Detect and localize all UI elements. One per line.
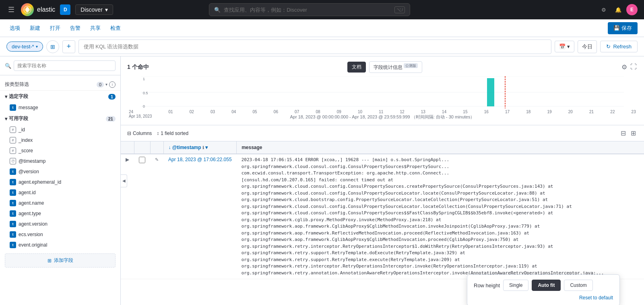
filter-type-info-icon[interactable]: i <box>109 81 116 88</box>
results-table: ↓ @timestamp ℹ ▾ message ▶ <box>121 141 644 279</box>
field-type-hash-icon-2: # <box>10 137 16 143</box>
filter-circle-btn[interactable]: ⊞ <box>46 40 59 53</box>
row-checkbox[interactable] <box>139 157 145 163</box>
filter-type-chevron[interactable]: ▾ <box>105 82 107 87</box>
available-fields-badge: 21 <box>106 116 116 122</box>
field-item-agent-name[interactable]: t agent.name <box>0 198 120 208</box>
row-edit-cell[interactable]: ✎ <box>150 154 163 279</box>
columns-chooser-icon[interactable]: ⊞ <box>629 129 638 138</box>
sort-button[interactable]: ↕ 1 field sorted <box>157 131 188 136</box>
sidebar-collapse-button[interactable]: ◀ <box>121 174 127 187</box>
field-item-agent-id[interactable]: t agent.id <box>0 187 120 198</box>
global-search-bar[interactable]: 🔍 ⌥/ <box>209 3 410 16</box>
save-button[interactable]: 💾 保存 <box>608 22 638 34</box>
edit-row-icon[interactable]: ✎ <box>155 157 159 162</box>
search-icon: 🔍 <box>214 7 221 13</box>
today-button[interactable]: 今日 <box>578 40 597 53</box>
time-controls: 📅 ▾ 今日 ↻ Refresh <box>555 40 638 53</box>
tl-19: 19 <box>547 110 551 118</box>
timestamp-header[interactable]: ↓ @timestamp ℹ ▾ <box>163 141 237 154</box>
popup-options-row: Row height Single Auto fit Custom <box>474 280 613 291</box>
field-timestamp-label: @timestamp <box>19 158 46 164</box>
beta-badge: 公测版 <box>404 63 418 68</box>
hamburger-menu[interactable]: ☰ <box>6 4 16 16</box>
field-agent-name-label: agent.name <box>19 200 44 206</box>
alert-button[interactable]: 告警 <box>67 23 84 33</box>
kql-filter-input[interactable] <box>78 39 552 54</box>
field-item-event-original[interactable]: t event.original <box>0 240 120 250</box>
filter-type-row: 按类型筛选 0 ▾ i <box>0 79 120 91</box>
field-item-ecs-version[interactable]: t ecs.version <box>0 229 120 240</box>
tl-02: 02 <box>190 110 194 118</box>
col-sort-icon: ▾ <box>205 145 208 150</box>
tl-18: 18 <box>526 110 530 118</box>
field-item-agent-version[interactable]: t agent.version <box>0 219 120 229</box>
add-field-icon: ⊞ <box>47 258 52 264</box>
field-type-t-icon-4: t <box>10 200 16 206</box>
expand-row-icon[interactable]: ▶ <box>126 157 129 162</box>
discover-tab-button[interactable]: Discover ▾ <box>75 4 113 15</box>
filter-bar: dev-test-* ▾ ⊞ + 📅 ▾ 今日 ↻ Refresh <box>0 37 644 56</box>
tl-15: 15 <box>463 110 467 118</box>
tl-14: 14 <box>442 110 446 118</box>
field-search-area: 🔍 <box>0 56 120 75</box>
field-index-label: _index <box>19 137 33 143</box>
field-item-agent-type[interactable]: t agent.type <box>0 208 120 219</box>
user-avatar[interactable]: E <box>626 4 638 15</box>
field-item-id[interactable]: # _id <box>0 124 120 135</box>
field-search-input[interactable] <box>14 60 116 71</box>
tab-field-stats[interactable]: 字段统计信息 公测版 <box>369 61 422 73</box>
reset-to-default-button[interactable]: Reset to default <box>579 295 613 301</box>
auto-fit-button[interactable]: Auto fit <box>532 280 561 291</box>
add-field-label: 添加字段 <box>54 257 73 264</box>
row-check-cell[interactable] <box>134 154 150 279</box>
field-type-t-icon-5: t <box>10 210 16 217</box>
field-type-t-icon-8: t <box>10 242 16 248</box>
columns-button[interactable]: ⊟ Columns <box>127 131 152 136</box>
popup-footer: Reset to default <box>474 295 613 301</box>
add-field-button[interactable]: ⊞ 添加字段 <box>5 253 116 268</box>
global-search-input[interactable] <box>224 7 394 13</box>
field-item-version[interactable]: t @version <box>0 166 120 177</box>
tl-23: 23 <box>632 110 636 118</box>
new-button[interactable]: 新建 <box>27 23 43 33</box>
elastic-logo[interactable]: elastic <box>21 3 55 16</box>
date-picker-button[interactable]: 📅 ▾ <box>555 41 574 52</box>
open-button[interactable]: 打开 <box>47 23 64 33</box>
index-pattern-selector[interactable]: dev-test-* ▾ <box>6 41 43 52</box>
share-button[interactable]: 共享 <box>87 23 104 33</box>
tl-06: 06 <box>274 110 278 118</box>
table-view-icon[interactable]: ⊟ <box>619 129 627 138</box>
field-type-t-icon-7: t <box>10 231 16 238</box>
tl-01: 01 <box>168 110 173 118</box>
field-item-score[interactable]: # _score <box>0 145 120 156</box>
field-type-t-icon-2: t <box>10 179 16 185</box>
add-filter-btn[interactable]: + <box>62 40 75 53</box>
single-button[interactable]: Single <box>503 280 528 291</box>
section-expand-icon: ▾ <box>5 94 7 100</box>
discover-label: Discover <box>80 6 102 13</box>
time-label-start: 24Apr 18, 2023 <box>129 110 152 118</box>
options-button[interactable]: 选项 <box>6 23 23 33</box>
chart-settings-icon[interactable]: ⚙ <box>621 62 628 72</box>
settings-icon-btn[interactable]: ⚙ <box>597 3 610 16</box>
field-id-label: _id <box>19 127 25 133</box>
inspect-button[interactable]: 检查 <box>107 23 124 33</box>
row-expand-cell[interactable]: ▶ <box>121 154 134 279</box>
chart-fullscreen-icon[interactable]: ⛶ <box>630 62 638 72</box>
field-item-message[interactable]: t message <box>0 102 120 113</box>
notifications-icon-btn[interactable]: 🔔 <box>612 3 625 16</box>
field-item-timestamp[interactable]: ⏱ @timestamp <box>0 156 120 166</box>
main-layout: 🔍 按类型筛选 0 ▾ i ▾ 选定字段 1 t <box>0 56 644 305</box>
row-height-label: Row height <box>474 282 500 288</box>
field-agent-type-label: agent.type <box>19 211 41 216</box>
custom-button[interactable]: Custom <box>564 280 592 291</box>
selected-fields-section[interactable]: ▾ 选定字段 1 <box>0 91 120 102</box>
available-fields-section[interactable]: ▾ 可用字段 21 <box>0 113 120 124</box>
tab-documents[interactable]: 文档 <box>347 62 366 73</box>
field-item-ephemeral[interactable]: t agent.ephemeral_id <box>0 177 120 187</box>
tl-17: 17 <box>505 110 510 118</box>
refresh-button[interactable]: ↻ Refresh <box>600 41 638 52</box>
field-item-index[interactable]: # _index <box>0 135 120 145</box>
sidebar: 🔍 按类型筛选 0 ▾ i ▾ 选定字段 1 t <box>0 56 121 305</box>
